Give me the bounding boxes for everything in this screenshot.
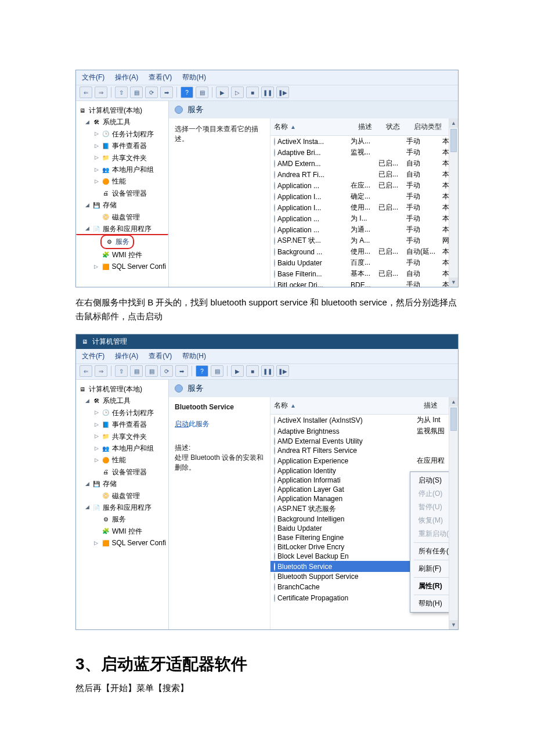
tree-sql[interactable]: ▷🟧SQL Server Confi: [78, 261, 166, 272]
help-button[interactable]: ?: [181, 87, 193, 98]
scroll-up-icon[interactable]: ▲: [449, 118, 458, 128]
service-row[interactable]: Application I...确定...手动本地: [270, 191, 449, 202]
service-row[interactable]: Andrea RT Fi...已启...自动本地: [270, 169, 449, 180]
export-button[interactable]: ➡: [175, 365, 188, 377]
tree-storage[interactable]: ◢💾存储: [78, 478, 166, 489]
service-row[interactable]: Application ...在应...已启...手动本地: [270, 180, 449, 191]
tree-disk-mgmt[interactable]: 📀磁盘管理: [78, 490, 166, 502]
col-desc[interactable]: 描述: [358, 122, 386, 132]
service-row[interactable]: AMD Extern...已启...自动本地: [270, 158, 449, 169]
sheet2-button[interactable]: ▤: [211, 365, 223, 377]
tree-root[interactable]: 🖥计算机管理(本地): [78, 383, 166, 395]
service-row[interactable]: Baidu Updater百度...手动本地: [270, 257, 449, 268]
service-row[interactable]: BitLocker Dri...BDE...手动本地: [270, 279, 449, 287]
skip-button[interactable]: ❚▶: [276, 87, 289, 98]
forward-button[interactable]: ⇒: [95, 365, 107, 377]
tree-services[interactable]: ⚙服务: [78, 513, 166, 525]
service-row[interactable]: Background ...使用...已启...自动(延...本地: [270, 246, 449, 257]
service-row[interactable]: Application ...为通...手动本地: [270, 224, 449, 235]
menu-action[interactable]: 操作(A): [115, 73, 138, 82]
menu-view[interactable]: 查看(V): [149, 73, 172, 82]
play2-button[interactable]: ▷: [231, 87, 244, 98]
props-button[interactable]: ▤: [130, 365, 143, 377]
service-row[interactable]: ActiveX Installer (AxInstSV)为从 Int: [270, 415, 449, 426]
play-button[interactable]: ▶: [231, 365, 244, 377]
service-row[interactable]: ASP.NET 状...为 A...手动网络: [270, 235, 449, 246]
menu-view[interactable]: 查看(V): [149, 351, 172, 361]
tree-shared-folders[interactable]: ▷📁共享文件夹: [78, 431, 166, 442]
ctx-properties[interactable]: 属性(R): [410, 579, 449, 593]
tree-task-scheduler[interactable]: ▷🕒任务计划程序: [78, 128, 166, 140]
skip-button[interactable]: ❚▶: [276, 365, 289, 377]
service-row[interactable]: ActiveX Insta...为从...手动本地: [270, 136, 449, 147]
stop-button[interactable]: ■: [246, 365, 259, 377]
service-row[interactable]: Andrea RT Filters Service: [270, 446, 449, 455]
ctx-refresh[interactable]: 刷新(F): [410, 562, 449, 575]
sheet-button[interactable]: ▤: [145, 365, 158, 377]
sheet-button[interactable]: ▤: [196, 87, 208, 98]
tree-shared-folders[interactable]: ▷📁共享文件夹: [78, 152, 166, 164]
tree-sql[interactable]: ▷🟧SQL Server Confi: [78, 537, 166, 549]
start-service-link[interactable]: 启动此服务: [175, 419, 210, 429]
scrollbar[interactable]: ▲ ▼: [449, 397, 458, 629]
menu-action[interactable]: 操作(A): [115, 351, 138, 361]
back-button[interactable]: ⇐: [80, 365, 92, 377]
tree-performance[interactable]: ▷🟠性能: [78, 175, 166, 187]
ctx-start[interactable]: 启动(S): [410, 474, 449, 487]
menu-file[interactable]: 文件(F): [82, 73, 104, 82]
ctx-all-tasks[interactable]: 所有任务(K): [410, 545, 449, 558]
pause-button[interactable]: ❚❚: [261, 365, 274, 377]
col-name[interactable]: 名称▲: [274, 122, 358, 132]
scroll-up-icon[interactable]: ▲: [449, 397, 458, 406]
col-status[interactable]: 状态: [386, 122, 414, 132]
menu-file[interactable]: 文件(F): [82, 351, 104, 361]
scrollbar[interactable]: ▲ ▼: [449, 118, 458, 287]
export-button[interactable]: ➡: [160, 87, 173, 98]
tree-local-users[interactable]: ▷👥本地用户和组: [78, 442, 166, 454]
scroll-thumb[interactable]: [450, 408, 457, 431]
refresh-button[interactable]: ⟳: [160, 365, 173, 377]
tree-wmi[interactable]: 🧩WMI 控件: [78, 525, 166, 537]
tree-wmi[interactable]: 🧩WMI 控件: [78, 249, 166, 261]
tree-systemtools[interactable]: ◢🛠系统工具: [78, 395, 166, 406]
tree-systemtools[interactable]: ◢🛠系统工具: [78, 116, 166, 128]
stop-button[interactable]: ■: [246, 87, 259, 98]
tree-storage[interactable]: ◢💾存储: [78, 199, 166, 211]
service-row[interactable]: Adaptive Brightness监视氛围: [270, 426, 449, 437]
service-row[interactable]: AMD External Events Utility: [270, 437, 449, 446]
tree-local-users[interactable]: ▷👥本地用户和组: [78, 164, 166, 175]
service-row[interactable]: Base Filterin...基本...已启...自动本地: [270, 268, 449, 279]
tree-event-viewer[interactable]: ▷📘事件查看器: [78, 140, 166, 152]
props-button[interactable]: ▤: [130, 87, 143, 98]
col-startup[interactable]: 启动类型: [414, 122, 449, 132]
forward-button[interactable]: ⇒: [95, 87, 107, 98]
col-name[interactable]: 名称▲: [274, 401, 424, 411]
tree-device-manager[interactable]: 🖨设备管理器: [78, 466, 166, 478]
service-row[interactable]: Application Experience在应用程: [270, 455, 449, 466]
up-button[interactable]: ⇧: [115, 87, 128, 98]
menu-help[interactable]: 帮助(H): [182, 351, 206, 361]
col-desc[interactable]: 描述: [424, 401, 449, 411]
tree-services-and-apps[interactable]: ◢📄服务和应用程序: [78, 502, 166, 513]
ctx-help[interactable]: 帮助(H): [410, 597, 449, 610]
scroll-thumb[interactable]: [450, 129, 457, 152]
scroll-down-icon[interactable]: ▼: [449, 278, 458, 287]
play-button[interactable]: ▶: [216, 87, 229, 98]
scroll-down-icon[interactable]: ▼: [449, 620, 458, 629]
tree-disk-mgmt[interactable]: 📀磁盘管理: [78, 211, 166, 223]
tree-event-viewer[interactable]: ▷📘事件查看器: [78, 419, 166, 430]
service-row[interactable]: Application I...使用...已启...手动本地: [270, 202, 449, 213]
pause-button[interactable]: ❚❚: [261, 87, 274, 98]
tree-device-manager[interactable]: 🖨设备管理器: [78, 188, 166, 199]
tree-services[interactable]: ⚙服务: [78, 235, 166, 249]
up-button[interactable]: ⇧: [115, 365, 128, 377]
help-button[interactable]: ?: [196, 365, 208, 377]
tree-task-scheduler[interactable]: ▷🕒任务计划程序: [78, 407, 166, 419]
refresh-button[interactable]: ⟳: [145, 87, 158, 98]
tree-services-and-apps[interactable]: ◢📄服务和应用程序: [78, 223, 166, 235]
service-row[interactable]: Adaptive Bri...监视...手动本地: [270, 147, 449, 158]
tree-root[interactable]: 🖥计算机管理(本地): [78, 105, 166, 116]
menu-help[interactable]: 帮助(H): [182, 73, 206, 82]
tree-performance[interactable]: ▷🟠性能: [78, 454, 166, 466]
back-button[interactable]: ⇐: [80, 87, 92, 98]
